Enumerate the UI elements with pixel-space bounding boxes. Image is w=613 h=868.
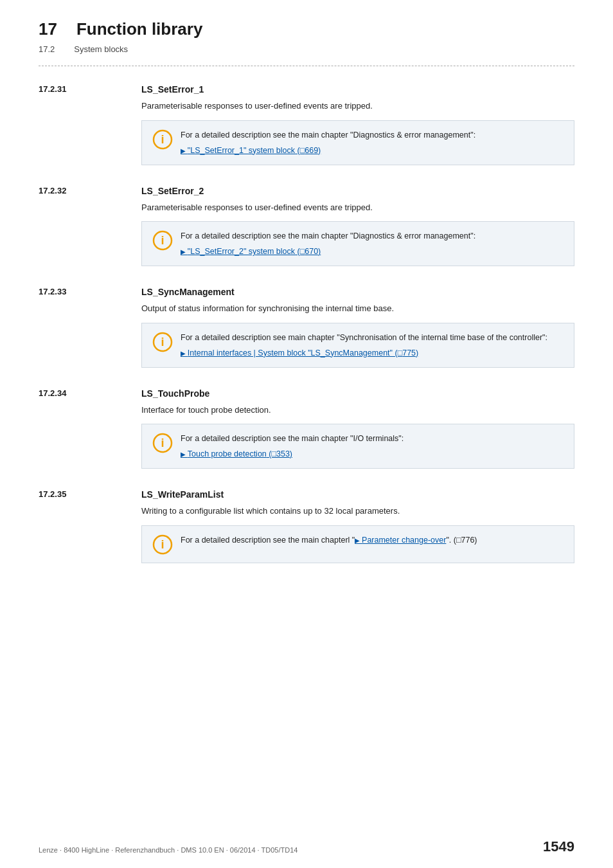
svg-text:i: i — [161, 437, 164, 449]
section-left-17-2-31: 17.2.31 — [39, 84, 141, 165]
section-desc-17-2-32: Parameterisable responses to user-define… — [141, 201, 574, 214]
info-content-17-2-31: For a detailed description see the main … — [181, 129, 475, 157]
svg-text:i: i — [161, 234, 164, 247]
sub-chapter-number: 17.2 — [39, 44, 55, 54]
section-right-17-2-34: LS_TouchProbe Interface for touch probe … — [141, 388, 574, 469]
svg-text:i: i — [161, 133, 164, 146]
section-right-17-2-32: LS_SetError_2 Parameterisable responses … — [141, 186, 574, 267]
info-content-17-2-32: For a detailed description see the main … — [181, 230, 475, 258]
info-box-17-2-34: i For a detailed description see the mai… — [141, 424, 574, 469]
info-link-17-2-35[interactable]: Parameter change-over — [355, 536, 446, 545]
info-box-17-2-35: i For a detailed description see the mai… — [141, 525, 574, 563]
info-link-17-2-33[interactable]: Internal interfaces | System block "LS_S… — [181, 348, 418, 357]
section-desc-17-2-34: Interface for touch probe detection. — [141, 404, 574, 417]
page-container: 17 Function library 17.2 System blocks 1… — [0, 0, 613, 868]
info-text-17-2-33: For a detailed description see main chap… — [181, 331, 547, 344]
section-num-17-2-34: 17.2.34 — [39, 388, 66, 398]
section-left-17-2-34: 17.2.34 — [39, 388, 141, 469]
sub-chapter-title: System blocks — [74, 44, 128, 54]
info-box-17-2-33: i For a detailed description see main ch… — [141, 323, 574, 368]
section-desc-17-2-35: Writing to a configurable list which con… — [141, 505, 574, 518]
section-heading-17-2-32: LS_SetError_2 — [141, 186, 574, 196]
chapter-title: Function library — [76, 19, 202, 39]
section-left-17-2-35: 17.2.35 — [39, 489, 141, 563]
section-left-17-2-32: 17.2.32 — [39, 186, 141, 267]
svg-text:i: i — [161, 538, 164, 551]
section-heading-17-2-35: LS_WriteParamList — [141, 489, 574, 500]
svg-text:i: i — [161, 336, 164, 348]
chapter-number: 17 — [39, 19, 57, 39]
info-icon-17-2-35: i — [152, 534, 173, 555]
info-content-17-2-33: For a detailed description see main chap… — [181, 331, 547, 359]
section-17-2-35: 17.2.35 LS_WriteParamList Writing to a c… — [39, 489, 574, 563]
info-icon-17-2-32: i — [152, 230, 173, 251]
header: 17 Function library — [39, 19, 574, 39]
info-icon-17-2-33: i — [152, 332, 173, 352]
section-17-2-33: 17.2.33 LS_SyncManagement Output of stat… — [39, 287, 574, 368]
section-num-17-2-32: 17.2.32 — [39, 186, 66, 195]
section-left-17-2-33: 17.2.33 — [39, 287, 141, 368]
info-icon-17-2-31: i — [152, 129, 173, 150]
info-icon-17-2-34: i — [152, 433, 173, 453]
section-right-17-2-33: LS_SyncManagement Output of status infor… — [141, 287, 574, 368]
section-17-2-34: 17.2.34 LS_TouchProbe Interface for touc… — [39, 388, 574, 469]
footer-text: Lenze · 8400 HighLine · Referenzhandbuch… — [39, 846, 298, 854]
info-link-17-2-32[interactable]: "LS_SetError_2" system block (□670) — [181, 247, 321, 256]
info-text-17-2-32: For a detailed description see the main … — [181, 230, 475, 242]
info-text-17-2-31: For a detailed description see the main … — [181, 129, 475, 141]
section-right-17-2-31: LS_SetError_1 Parameterisable responses … — [141, 84, 574, 165]
sub-header: 17.2 System blocks — [39, 44, 574, 54]
section-divider — [39, 66, 574, 66]
info-link-17-2-31[interactable]: "LS_SetError_1" system block (□669) — [181, 146, 321, 155]
section-heading-17-2-34: LS_TouchProbe — [141, 388, 574, 399]
page-number: 1549 — [543, 838, 574, 855]
section-heading-17-2-33: LS_SyncManagement — [141, 287, 574, 297]
info-box-17-2-31: i For a detailed description see the mai… — [141, 120, 574, 165]
section-num-17-2-35: 17.2.35 — [39, 489, 66, 499]
section-desc-17-2-31: Parameterisable responses to user-define… — [141, 100, 574, 113]
info-link-17-2-34[interactable]: Touch probe detection (□353) — [181, 449, 292, 458]
section-heading-17-2-31: LS_SetError_1 — [141, 84, 574, 95]
info-box-17-2-32: i For a detailed description see the mai… — [141, 221, 574, 266]
section-desc-17-2-33: Output of status information for synchro… — [141, 302, 574, 315]
section-num-17-2-33: 17.2.33 — [39, 287, 66, 296]
info-content-17-2-35: For a detailed description see the main … — [181, 534, 477, 549]
section-right-17-2-35: LS_WriteParamList Writing to a configura… — [141, 489, 574, 563]
section-num-17-2-31: 17.2.31 — [39, 84, 66, 94]
section-17-2-31: 17.2.31 LS_SetError_1 Parameterisable re… — [39, 84, 574, 165]
info-text-17-2-34: For a detailed description see the main … — [181, 432, 404, 445]
info-content-17-2-34: For a detailed description see the main … — [181, 432, 404, 460]
section-17-2-32: 17.2.32 LS_SetError_2 Parameterisable re… — [39, 186, 574, 267]
info-text-17-2-35: For a detailed description see the main … — [181, 534, 477, 547]
